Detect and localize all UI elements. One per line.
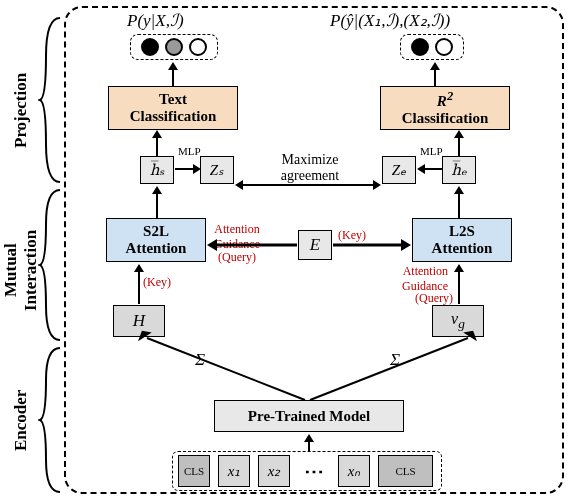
text-classification-box: Text Classification [108,86,238,130]
s2l-attention-box: S2L Attention [106,218,206,262]
query-left: (Query) [218,250,256,265]
circle-open-icon [189,38,207,56]
prob-right: P(ŷ|(X₁,ℐ),(X₂,ℐ)) [330,10,450,31]
hbar-e: h̅ₑ [442,156,476,184]
token-xn: xₙ [338,455,370,487]
r2-classification-box: R2Classification [380,86,510,130]
r2-r: R [437,93,447,109]
r2-sup: 2 [447,89,453,103]
circle-filled-icon [411,38,429,56]
sigma-left: Σ [195,350,205,370]
E-box: E [298,230,332,260]
section-encoder: Encoder [8,360,34,480]
l2s-attention-box: L2S Attention [412,218,512,262]
token-ellipsis: ⋯ [298,455,330,487]
sigma-right: Σ [390,350,400,370]
circle-grey-icon [165,38,183,56]
cls-token-right: CLS [378,455,433,487]
r2-rest: Classification [402,110,489,126]
mlp-left-label: MLP [178,145,201,157]
token-x2: x₂ [258,455,290,487]
query-right: (Query) [415,291,453,306]
brace-mutual [38,188,62,342]
prob-left: P(y|X,ℐ) [127,10,184,31]
brace-encoder [38,346,62,494]
attention-guidance-right: Attention Guidance [402,264,448,294]
H-box: H [113,305,165,337]
output-circles-left [130,34,218,60]
cls-token-left: CLS [178,455,210,487]
key-left-label: (Key) [143,275,171,290]
key-right-label: (Key) [338,228,366,243]
section-projection: Projection [8,50,34,170]
pretrained-model-box: Pre-Trained Model [214,400,404,432]
maximize-agreement-label: Maximize agreement [260,152,360,184]
vg-box: vg [432,305,484,337]
brace-projection [38,16,62,184]
circle-filled-icon [141,38,159,56]
z-s: Zₛ [200,156,234,184]
output-circles-right [400,34,464,60]
section-mutual: Mutual Interaction [8,200,34,340]
circle-open-icon [435,38,453,56]
attention-guidance-left: Attention Guidance [214,222,260,252]
z-e: Zₑ [382,156,416,184]
hbar-s: h̅ₛ [140,156,174,184]
mlp-right-label: MLP [420,145,443,157]
token-x1: x₁ [218,455,250,487]
